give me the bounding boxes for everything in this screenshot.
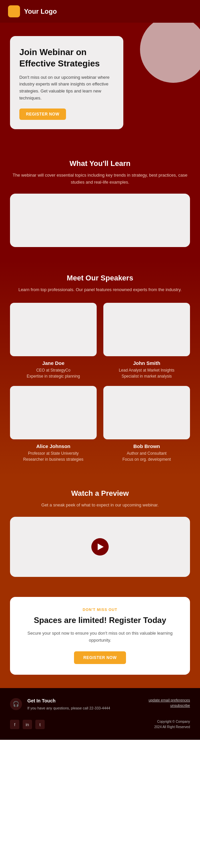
speaker-role-jane-doe: CEO at StrategyCo Expertise in strategic… [27, 367, 80, 379]
cta-description: Secure your spot now to ensure you don't… [19, 630, 181, 644]
hero-card: Join Webinar on Effective Strategies Don… [10, 36, 123, 129]
footer: 🎧 Get In Touch If you have any questions… [0, 688, 200, 740]
speaker-name-john-smith: John Smith [133, 360, 160, 366]
social-icons: f in t [10, 720, 45, 729]
hero-title: Join Webinar on Effective Strategies [19, 47, 114, 69]
hero-register-button[interactable]: REGISTER NOW [19, 108, 66, 120]
facebook-icon[interactable]: f [10, 720, 19, 729]
hero-decoration [140, 23, 200, 83]
cta-title: Spaces are limited! Register Today [19, 615, 181, 625]
preview-description: Get a sneak peek of what to expect in ou… [10, 502, 190, 509]
speakers-title: Meet Our Speakers [10, 274, 190, 282]
learn-section: What You'll Learn The webinar will cover… [0, 146, 200, 261]
speaker-role-alice-johnson: Professor at State University Researcher… [23, 451, 84, 462]
footer-links: update email preferences unsubscribe [115, 698, 190, 707]
preview-section: Watch a Preview Get a sneak peek of what… [0, 476, 200, 590]
cta-card: DON'T MISS OUT Spaces are limited! Regis… [10, 597, 190, 675]
speaker-card-alice-johnson: Alice Johnson Professor at State Univers… [10, 386, 97, 462]
speaker-photo-jane-doe [10, 303, 97, 356]
header: Your Logo [0, 0, 200, 23]
linkedin-icon[interactable]: in [23, 720, 32, 729]
hero-section: Join Webinar on Effective Strategies Don… [0, 23, 200, 146]
footer-contact-title: Get In Touch [27, 698, 110, 704]
copyright-text: Copyright © Company2024 All Right Reserv… [154, 719, 190, 730]
play-button[interactable] [91, 538, 109, 556]
logo-icon [8, 5, 20, 18]
twitter-icon[interactable]: t [35, 720, 45, 729]
speaker-photo-bob-brown [103, 386, 190, 439]
update-email-link[interactable]: update email preferences [149, 698, 190, 702]
speaker-card-jane-doe: Jane Doe CEO at StrategyCo Expertise in … [10, 303, 97, 379]
learn-description: The webinar will cover essential topics … [10, 172, 190, 186]
speakers-grid: Jane Doe CEO at StrategyCo Expertise in … [10, 303, 190, 462]
speakers-section: Meet Our Speakers Learn from top profess… [0, 260, 200, 476]
footer-bottom: f in t Copyright © Company2024 All Right… [10, 719, 190, 730]
cta-label: DON'T MISS OUT [19, 608, 181, 612]
learn-visual-card [10, 194, 190, 247]
footer-contact-text: If you have any questions, please call 2… [27, 705, 110, 711]
headphone-icon: 🎧 [10, 698, 22, 710]
cta-section: DON'T MISS OUT Spaces are limited! Regis… [0, 590, 200, 688]
video-card [10, 517, 190, 577]
speaker-name-bob-brown: Bob Brown [133, 443, 160, 449]
footer-contact: Get In Touch If you have any questions, … [27, 698, 110, 711]
speaker-name-jane-doe: Jane Doe [42, 360, 65, 366]
speakers-description: Learn from top professionals. Our panel … [10, 286, 190, 293]
logo-text: Your Logo [24, 8, 57, 16]
speaker-card-john-smith: John Smith Lead Analyst at Market Insigh… [103, 303, 190, 379]
hero-description: Don't miss out on our upcoming webinar w… [19, 74, 114, 102]
cta-register-button[interactable]: REGISTER NOW [74, 651, 126, 664]
unsubscribe-link[interactable]: unsubscribe [170, 704, 190, 707]
speaker-card-bob-brown: Bob Brown Author and Consultant Focus on… [103, 386, 190, 462]
speaker-photo-john-smith [103, 303, 190, 356]
speaker-role-john-smith: Lead Analyst at Market Insights Speciali… [119, 367, 175, 379]
speaker-role-bob-brown: Author and Consultant Focus on org. deve… [122, 451, 171, 462]
speaker-photo-alice-johnson [10, 386, 97, 439]
speaker-name-alice-johnson: Alice Johnson [36, 443, 71, 449]
preview-title: Watch a Preview [10, 489, 190, 498]
footer-top: 🎧 Get In Touch If you have any questions… [10, 698, 190, 711]
learn-title: What You'll Learn [10, 159, 190, 168]
